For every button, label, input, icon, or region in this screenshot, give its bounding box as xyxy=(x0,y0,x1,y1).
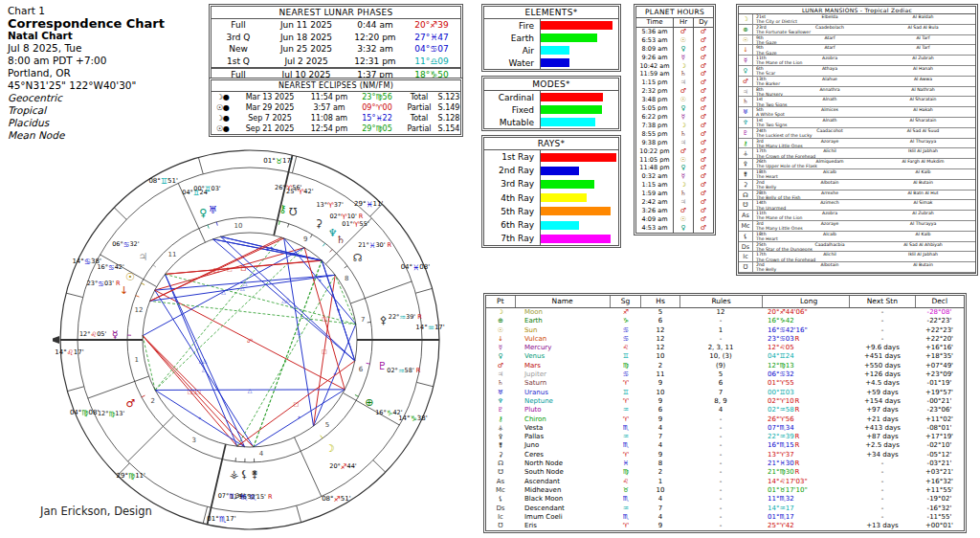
planet-longitude: 12°♍13 xyxy=(762,362,850,370)
mansion-planet-icon: ☉ xyxy=(739,35,753,45)
planet-declination: +18°35' xyxy=(915,352,964,361)
mansion-row: Mc 3rd Azoraye Al Thurayya The Many Litt… xyxy=(739,221,975,232)
hour-ruler-icon: ♃ xyxy=(674,198,694,207)
mansion-row: ⚸ 18th Alcalb Al Kalb The Heart xyxy=(739,232,975,242)
eclipse-row: ☽● Mar 13 2025 11:54 pm 23°♍56 Total S.1… xyxy=(212,92,460,102)
mansion-row: As 11th Azobra Al Zubrah The Mane of the… xyxy=(739,211,975,221)
planet-next-station: - xyxy=(850,308,915,317)
mansion-planet-icon: ♄ xyxy=(739,97,753,106)
element-bar xyxy=(541,34,597,42)
element-bar-row: Fire xyxy=(484,19,618,32)
longitude-value: 26°♈56 xyxy=(768,415,794,423)
hour-ruler-icon: ☿ xyxy=(674,172,694,181)
eclipse-date: Mar 29 2025 xyxy=(234,102,305,113)
hour-time: 10:42 am xyxy=(636,62,674,71)
hour-ruler-icon: ♄ xyxy=(674,190,694,198)
planet-longitude: 14°♌17'03" xyxy=(762,478,850,486)
day-ruler-icon: ♂ xyxy=(694,198,713,207)
lunar-phases-table: NEAREST LUNAR PHASES Full Jun 11 2025 0:… xyxy=(209,4,463,84)
longitude-value: 02°♈10 xyxy=(768,397,794,405)
hour-time: 2:42 am xyxy=(636,198,674,207)
day-ruler-icon: ♂ xyxy=(694,96,713,104)
planet-hour-row: 6:22 pm ☿ ♂ xyxy=(636,113,713,122)
day-ruler-icon: ♂ xyxy=(694,45,713,54)
mansion-meaning: The Heart xyxy=(753,236,975,241)
mode-bar-zone xyxy=(540,91,618,103)
planet-table-row: ♂ Mars ♍ 2 (9) 12°♍13 +550 days +07°49' xyxy=(486,362,964,370)
ray-label: 3rd Ray xyxy=(484,179,540,189)
mansion-meaning: The Crown of the Forehead xyxy=(753,154,975,159)
planet-table-header: Pt Name Sg Hs Rules Long Next Stn Decl xyxy=(486,296,964,308)
eclipse-saros: S.149 xyxy=(437,102,460,113)
planet-table-row: ♇ Pluto ♒ 6 4 02°♒58R +97 days -23°06' xyxy=(486,406,964,415)
mansion-name: Alichil xyxy=(789,148,871,153)
planet-longitude: 11°♏32 xyxy=(762,495,850,504)
mansion-name: Alnath xyxy=(789,118,871,123)
mansion-row: ↓ 9th Atarf Al Tarf The Gaze xyxy=(739,45,975,56)
lunar-phase-row: 3rd Q Jun 18 2025 12:20 pm 27°♓47 xyxy=(212,32,460,44)
planet-longitude: 01°♏17 xyxy=(762,513,850,522)
planet-table-row: ☉ Sun ♋ 12 1 16°♋42'16" - +22°23' xyxy=(486,326,964,335)
mansion-arabic-name: Al Tarf xyxy=(871,45,975,50)
mansion-body: 28th Arrexhe Al Batn Al Hut The Belly of… xyxy=(753,191,975,200)
longitude-value: 06°♋32 xyxy=(768,370,794,378)
lunar-phase-row: 1st Q Jul 2 2025 12:31 pm 11°♎09 xyxy=(212,56,460,68)
mansion-planet-icon: ⚸ xyxy=(739,232,753,241)
lunar-phase-row: Full Jun 11 2025 0:44 am 20°♐39 xyxy=(212,19,460,32)
svg-text:☊: ☊ xyxy=(352,252,362,264)
planet-table-row: As Ascendant ♌ 1 - 14°♌17'03" - +16°32' xyxy=(486,478,964,486)
lunar-phases-title: NEAREST LUNAR PHASES xyxy=(212,7,460,19)
longitude-value: 01°♉17'10" xyxy=(768,486,808,494)
planet-rules: - xyxy=(679,317,762,325)
planet-house: 9 xyxy=(641,415,679,424)
planet-hour-row: 3:48 pm ☉ ♂ xyxy=(636,96,713,104)
element-bar-row: Earth xyxy=(484,32,618,44)
mansion-body: 17th Alichil Iklil Al Jabhah The Crown o… xyxy=(753,252,975,261)
planet-name: Juno xyxy=(515,441,611,450)
planet-rules: - xyxy=(679,460,762,468)
planet-next-station: - xyxy=(850,478,915,486)
planet-icon: ⊕ xyxy=(486,317,515,325)
element-bar-zone xyxy=(540,32,618,44)
retrograde-flag: R xyxy=(794,397,800,405)
mansion-row: ♂ 13th Alahue Al Awwa The Barker xyxy=(739,77,975,87)
retrograde-flag xyxy=(794,424,795,432)
planet-next-station: +550 days xyxy=(850,362,915,370)
planet-rules: 8, 9 xyxy=(679,397,762,406)
elements-chart: ELEMENTS* Fire Earth Air xyxy=(481,4,621,72)
eclipse-position: 29°♍05 xyxy=(353,123,401,134)
mansion-row: ♅ 5th Almices Al Hakah A White Spot xyxy=(739,107,975,118)
planet-declination: -22°23' xyxy=(915,317,964,325)
day-ruler-icon: ♂ xyxy=(694,36,713,45)
retrograde-flag xyxy=(808,478,809,485)
hour-time: 8:55 pm xyxy=(636,130,674,139)
setting-centric: Geocentric xyxy=(8,92,165,104)
svg-text:⚶: ⚶ xyxy=(230,468,238,481)
svg-text:⚵: ⚵ xyxy=(251,468,258,481)
svg-text:*: * xyxy=(198,415,201,422)
planet-name: Uranus xyxy=(515,389,611,397)
hour-time: 11:59 am xyxy=(636,70,674,78)
mansion-body: 6th Athaya Al Hanah The Scar xyxy=(753,66,975,76)
retrograde-flag xyxy=(794,317,795,325)
ray-bar xyxy=(541,167,579,175)
planet-house: 6 xyxy=(641,406,679,415)
planet-next-station: +4.5 days xyxy=(850,379,915,388)
planet-hour-row: 8:09 am ♀ ♂ xyxy=(636,45,713,54)
svg-text:□: □ xyxy=(214,266,220,273)
eclipse-saros: S.154 xyxy=(437,123,460,134)
planet-house: 11 xyxy=(641,370,679,379)
mansion-meaning: The Belly xyxy=(753,267,975,272)
planet-longitude: 12°♌05 xyxy=(762,344,850,352)
mansion-body: 18th Alcalb Al Kalb The Heart xyxy=(753,169,975,179)
lunar-phases-rows: Full Jun 11 2025 0:44 am 20°♐39 3rd Q Ju… xyxy=(212,19,460,81)
planet-house: 4 xyxy=(641,513,679,522)
mansion-planet-icon: ☿ xyxy=(739,56,753,65)
svg-text:01°♏17': 01°♏17' xyxy=(207,514,236,523)
col-decl: Decl xyxy=(916,296,964,307)
day-ruler-icon: ♂ xyxy=(694,87,713,96)
mansion-row: ☋ 14th Azimech Al Simak The Unarmed xyxy=(739,200,975,211)
planet-next-station: +13 days xyxy=(850,522,915,530)
hour-ruler-icon: ☿ xyxy=(674,54,694,62)
svg-text:⚴: ⚴ xyxy=(379,314,387,326)
